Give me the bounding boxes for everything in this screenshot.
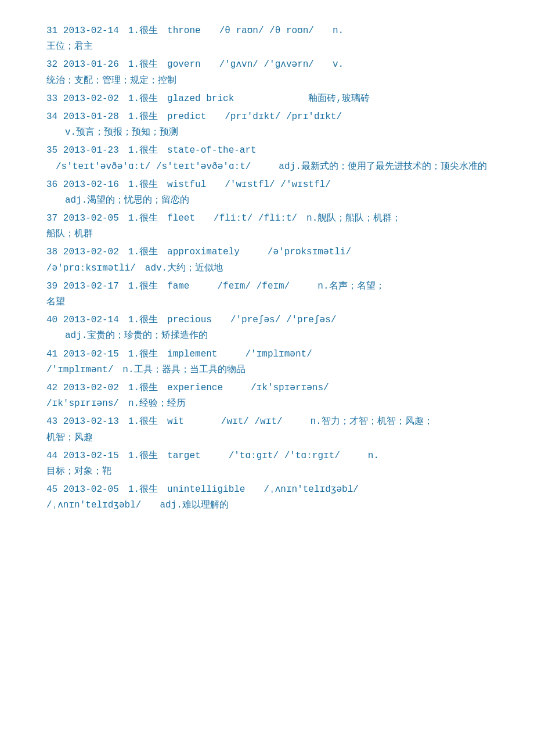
- entry-main: 41 2013-02-15 1.很生 implement /'ɪmplɪmənt…: [46, 347, 488, 362]
- list-item: 33 2013-02-02 1.很生 glazed brick 釉面砖,玻璃砖: [46, 91, 488, 107]
- entries-container: 31 2013-02-14 1.很生 throne /θ raʊn/ /θ ro…: [46, 23, 488, 513]
- entry-definition: 船队；机群: [46, 226, 488, 242]
- list-item: 34 2013-01-28 1.很生 predict /prɪ'dɪkt/ /p…: [46, 109, 488, 141]
- entry-main: 35 2013-01-23 1.很生 state-of-the-art: [46, 143, 488, 159]
- entry-main: 44 2013-02-15 1.很生 target /'tɑːgɪt/ /'tɑ…: [46, 448, 488, 464]
- entry-main: 40 2013-02-14 1.很生 precious /'preʃəs/ /'…: [46, 312, 488, 328]
- list-item: 45 2013-02-05 1.很生 unintelligible /ˌʌnɪn…: [46, 482, 488, 513]
- entry-definition: /'ɪmplɪmənt/ n.工具；器具；当工具的物品: [46, 362, 488, 378]
- list-item: 36 2013-02-16 1.很生 wistful /'wɪstfl/ /'w…: [46, 177, 488, 208]
- entry-definition: /ə'prɑːksɪmətli/ adv.大约；近似地: [46, 261, 488, 276]
- entry-main: 43 2013-02-13 1.很生 wit /wɪt/ /wɪt/ n.智力；…: [46, 414, 488, 430]
- list-item: 44 2013-02-15 1.很生 target /'tɑːgɪt/ /'tɑ…: [46, 448, 488, 480]
- entry-main: 34 2013-01-28 1.很生 predict /prɪ'dɪkt/ /p…: [46, 109, 488, 125]
- entry-definition: 统治；支配；管理；规定；控制: [46, 73, 488, 89]
- entry-main: 42 2013-02-02 1.很生 experience /ɪk'spɪərɪ…: [46, 380, 488, 396]
- entry-definition: 机智；风趣: [46, 430, 488, 446]
- entry-definition: /ˌʌnɪn'telɪdʒəbl/ adj.难以理解的: [46, 498, 488, 513]
- entry-main: 45 2013-02-05 1.很生 unintelligible /ˌʌnɪn…: [46, 482, 488, 498]
- list-item: 35 2013-01-23 1.很生 state-of-the-art /s't…: [46, 143, 488, 174]
- entry-main: 36 2013-02-16 1.很生 wistful /'wɪstfl/ /'w…: [46, 177, 488, 193]
- entry-main: 38 2013-02-02 1.很生 approximately /ə'prɒk…: [46, 244, 488, 260]
- entry-definition: adj.宝贵的；珍贵的；矫揉造作的: [46, 328, 488, 344]
- entry-main: 39 2013-02-17 1.很生 fame /feɪm/ /feɪm/ n.…: [46, 279, 488, 294]
- entry-phonetic: /s'teɪt'əvðə'ɑːt/ /s'teɪt'əvðə'ɑːt/ adj.…: [46, 159, 488, 175]
- entry-definition: /ɪk'spɪrɪəns/ n.经验；经历: [46, 396, 488, 412]
- list-item: 38 2013-02-02 1.很生 approximately /ə'prɒk…: [46, 244, 488, 276]
- entry-definition: v.预言；预报；预知；预测: [46, 125, 488, 141]
- entry-main: 37 2013-02-05 1.很生 fleet /fliːt/ /fliːt/…: [46, 211, 488, 226]
- list-item: 32 2013-01-26 1.很生 govern /'gʌvn/ /'gʌvə…: [46, 57, 488, 88]
- entry-definition: adj.渴望的；忧思的；留恋的: [46, 193, 488, 208]
- entry-definition: 名望: [46, 294, 488, 310]
- list-item: 37 2013-02-05 1.很生 fleet /fliːt/ /fliːt/…: [46, 211, 488, 242]
- entry-main: 32 2013-01-26 1.很生 govern /'gʌvn/ /'gʌvə…: [46, 57, 488, 73]
- list-item: 41 2013-02-15 1.很生 implement /'ɪmplɪmənt…: [46, 347, 488, 378]
- entry-main: 33 2013-02-02 1.很生 glazed brick 釉面砖,玻璃砖: [46, 91, 488, 107]
- entry-definition: 目标；对象；靶: [46, 464, 488, 480]
- entry-main: 31 2013-02-14 1.很生 throne /θ raʊn/ /θ ro…: [46, 23, 488, 39]
- entry-definition: 王位；君主: [46, 39, 488, 55]
- list-item: 39 2013-02-17 1.很生 fame /feɪm/ /feɪm/ n.…: [46, 279, 488, 310]
- list-item: 31 2013-02-14 1.很生 throne /θ raʊn/ /θ ro…: [46, 23, 488, 55]
- list-item: 43 2013-02-13 1.很生 wit /wɪt/ /wɪt/ n.智力；…: [46, 414, 488, 445]
- list-item: 40 2013-02-14 1.很生 precious /'preʃəs/ /'…: [46, 312, 488, 344]
- list-item: 42 2013-02-02 1.很生 experience /ɪk'spɪərɪ…: [46, 380, 488, 412]
